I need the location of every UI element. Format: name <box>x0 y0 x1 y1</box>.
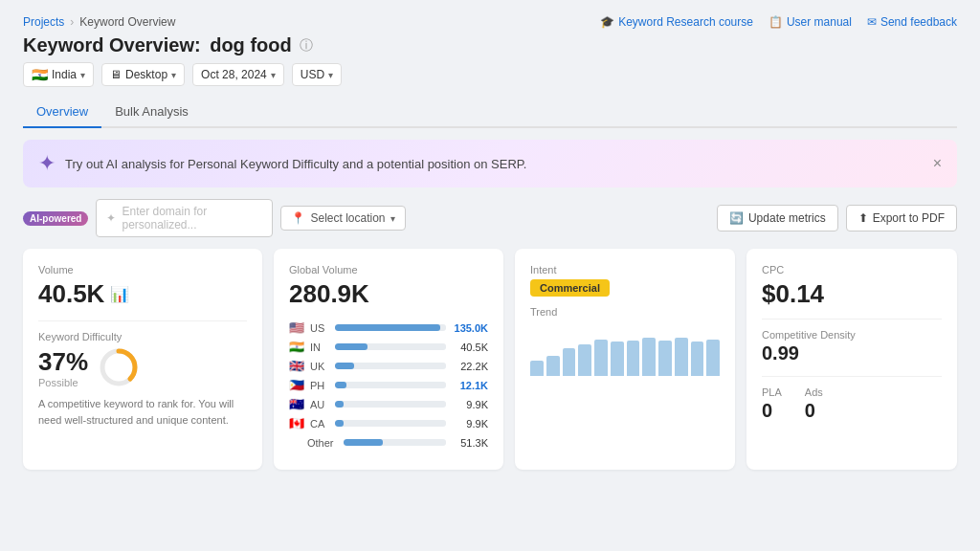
export-pdf-button[interactable]: ⬆ Export to PDF <box>846 205 957 231</box>
date-filter[interactable]: Oct 28, 2024 ▾ <box>192 63 284 86</box>
breadcrumb: Projects › Keyword Overview <box>23 15 175 29</box>
refresh-icon: 🔄 <box>729 211 744 225</box>
in-code: IN <box>310 342 329 353</box>
manual-icon: 📋 <box>768 15 783 29</box>
kd-description: A competitive keyword to rank for. You w… <box>38 396 247 428</box>
country-row-other: 🏳 Other 51.3K <box>289 435 488 450</box>
ph-code: PH <box>310 380 329 391</box>
ph-bar-fill <box>335 382 346 388</box>
au-bar-fill <box>335 401 344 408</box>
country-row-ca: 🇨🇦 CA 9.9K <box>289 416 488 430</box>
country-list: 🇺🇸 US 135.0K 🇮🇳 IN 40.5K 🇬� <box>289 320 488 450</box>
keyword-research-link[interactable]: 🎓 Keyword Research course <box>600 15 753 29</box>
breadcrumb-projects[interactable]: Projects <box>23 15 64 29</box>
ca-value: 9.9K <box>452 418 488 430</box>
comp-density-value: 0.99 <box>762 342 942 364</box>
ca-bar-fill <box>335 420 344 427</box>
pla-value: 0 <box>762 400 782 422</box>
ca-bar-bg <box>335 420 446 427</box>
ads-item: Ads 0 <box>805 386 823 422</box>
tab-bulk-analysis[interactable]: Bulk Analysis <box>101 97 202 128</box>
ph-value: 12.1K <box>452 380 488 391</box>
trend-bar <box>706 340 720 377</box>
chevron-down-icon: ▾ <box>171 70 176 80</box>
location-select-button[interactable]: 📍 Select location ▾ <box>280 206 405 231</box>
trend-bar <box>594 340 608 377</box>
us-flag: 🇺🇸 <box>289 320 304 335</box>
update-metrics-button[interactable]: 🔄 Update metrics <box>717 205 838 231</box>
country-filter[interactable]: 🇮🇳 India ▾ <box>23 62 94 87</box>
kd-percent-value: 37% Possible <box>38 347 88 388</box>
au-code: AU <box>310 399 329 410</box>
country-row-ph: 🇵🇭 PH 12.1K <box>289 378 488 392</box>
in-value: 40.5K <box>452 342 488 353</box>
uk-bar-fill <box>335 363 354 369</box>
country-row-uk: 🇬🇧 UK 22.2K <box>289 359 488 373</box>
top-nav-links: 🎓 Keyword Research course 📋 User manual … <box>600 15 957 29</box>
country-row-in: 🇮🇳 IN 40.5K <box>289 340 488 354</box>
other-bar-bg <box>344 439 446 446</box>
kd-label: Keyword Difficulty <box>38 331 247 342</box>
ads-value: 0 <box>805 400 823 422</box>
chevron-down-icon: ▾ <box>80 70 85 80</box>
trend-bar <box>658 341 672 376</box>
ai-banner-text: Try out AI analysis for Personal Keyword… <box>65 157 526 171</box>
device-filter[interactable]: 🖥 Desktop ▾ <box>101 63 185 86</box>
pla-item: PLA 0 <box>762 386 782 422</box>
cpc-value: $0.14 <box>762 279 942 309</box>
trend-bar <box>530 361 544 377</box>
other-value: 51.3K <box>452 437 488 449</box>
info-icon[interactable]: ⓘ <box>300 37 313 55</box>
au-bar-bg <box>335 401 446 408</box>
ph-bar-bg <box>335 382 446 388</box>
action-bar: AI-powered ✦ Enter domain for personaliz… <box>23 199 957 237</box>
graduation-icon: 🎓 <box>600 15 614 29</box>
chevron-down-icon: ▾ <box>390 213 395 224</box>
mail-icon: ✉ <box>867 15 877 29</box>
global-volume-value: 280.9K <box>289 279 488 309</box>
trend-bar <box>642 338 656 376</box>
tab-overview[interactable]: Overview <box>23 97 101 128</box>
india-flag: 🇮🇳 <box>32 67 48 82</box>
kd-row: 37% Possible <box>38 346 247 388</box>
breadcrumb-separator: › <box>70 15 74 29</box>
domain-input[interactable]: ✦ Enter domain for personalized... <box>96 199 273 237</box>
currency-filter[interactable]: USD ▾ <box>292 63 342 86</box>
volume-label: Volume <box>38 264 247 276</box>
volume-icon: 📊 <box>110 285 129 303</box>
country-row-au: 🇦🇺 AU 9.9K <box>289 397 488 411</box>
ai-banner-left: ✦ Try out AI analysis for Personal Keywo… <box>38 151 526 176</box>
desktop-icon: 🖥 <box>110 68 122 81</box>
pla-label: PLA <box>762 386 782 398</box>
trend-bar <box>546 356 560 376</box>
close-banner-button[interactable]: × <box>933 155 942 172</box>
uk-bar-bg <box>335 363 446 369</box>
ai-star-icon: ✦ <box>38 151 56 176</box>
us-bar-bg <box>335 324 446 331</box>
trend-bar <box>691 342 704 376</box>
chevron-down-icon: ▾ <box>271 70 276 80</box>
cards-grid: Volume 40.5K 📊 Keyword Difficulty 37% Po… <box>23 249 957 470</box>
user-manual-link[interactable]: 📋 User manual <box>768 15 852 29</box>
send-feedback-link[interactable]: ✉ Send feedback <box>867 15 957 29</box>
pla-ads-row: PLA 0 Ads 0 <box>762 386 942 422</box>
in-bar-bg <box>335 343 446 350</box>
global-volume-label: Global Volume <box>289 264 488 276</box>
intent-badge: Commercial <box>530 279 610 297</box>
country-row-us: 🇺🇸 US 135.0K <box>289 320 488 335</box>
chevron-down-icon: ▾ <box>328 70 333 80</box>
trend-bars-container <box>530 323 720 376</box>
comp-density-label: Competitive Density <box>762 329 942 341</box>
intent-trend-card: Intent Commercial Trend <box>515 249 735 470</box>
us-value: 135.0K <box>452 322 488 334</box>
sparkle-icon: ✦ <box>106 211 116 225</box>
ph-flag: 🇵🇭 <box>289 378 304 392</box>
ai-powered-badge: AI-powered <box>23 211 88 226</box>
trend-bar <box>611 342 624 376</box>
au-value: 9.9K <box>452 399 488 410</box>
other-code: Other <box>307 437 338 449</box>
ai-banner: ✦ Try out AI analysis for Personal Keywo… <box>23 140 957 187</box>
pin-icon: 📍 <box>291 211 305 225</box>
tabs-row: Overview Bulk Analysis <box>23 97 957 128</box>
filters-row: 🇮🇳 India ▾ 🖥 Desktop ▾ Oct 28, 2024 ▾ US… <box>23 62 957 87</box>
